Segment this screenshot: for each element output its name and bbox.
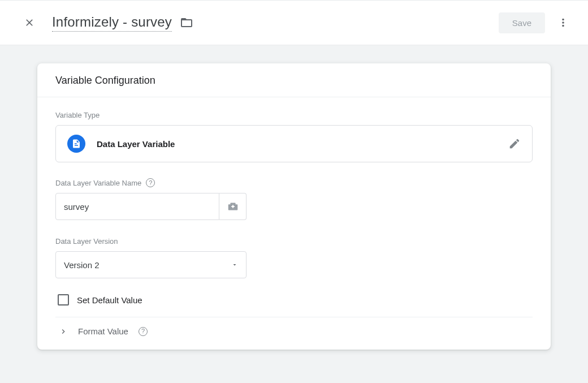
pencil-icon bbox=[508, 137, 521, 150]
more-vert-icon bbox=[557, 16, 569, 29]
checkbox-icon bbox=[58, 294, 69, 305]
format-value-toggle[interactable]: Format Value ? bbox=[55, 317, 533, 343]
card-body: Variable Type Data Layer Variable Data L… bbox=[37, 97, 551, 350]
variable-name-row bbox=[55, 193, 533, 220]
title-wrap: Informizely - survey bbox=[52, 14, 499, 32]
variable-name-input[interactable] bbox=[55, 193, 219, 220]
more-menu-button[interactable] bbox=[552, 11, 574, 34]
set-default-label: Set Default Value bbox=[77, 295, 142, 305]
help-icon[interactable]: ? bbox=[139, 327, 148, 336]
set-default-checkbox[interactable]: Set Default Value bbox=[58, 294, 533, 305]
folder-icon bbox=[180, 16, 193, 29]
page-title[interactable]: Informizely - survey bbox=[52, 14, 172, 32]
variable-type-value: Data Layer Variable bbox=[97, 139, 497, 149]
data-layer-icon bbox=[67, 135, 85, 153]
chevron-right-icon bbox=[59, 327, 68, 336]
card-title: Variable Configuration bbox=[37, 63, 551, 97]
help-icon[interactable]: ? bbox=[146, 178, 155, 187]
chevron-down-icon bbox=[231, 261, 238, 268]
close-button[interactable] bbox=[18, 11, 41, 34]
brick-plus-icon bbox=[227, 200, 239, 213]
variable-type-selector[interactable]: Data Layer Variable bbox=[55, 125, 533, 162]
save-button[interactable]: Save bbox=[499, 12, 545, 33]
variable-type-label: Variable Type bbox=[55, 111, 533, 119]
edit-type-button[interactable] bbox=[508, 137, 521, 150]
version-select[interactable]: Version 2 bbox=[55, 251, 247, 278]
folder-button[interactable] bbox=[180, 16, 193, 29]
format-value-label: Format Value bbox=[78, 326, 128, 336]
version-label: Data Layer Version bbox=[55, 237, 533, 246]
variable-config-card: Variable Configuration Variable Type Dat… bbox=[37, 63, 551, 350]
version-value: Version 2 bbox=[64, 260, 100, 270]
variable-name-label: Data Layer Variable Name ? bbox=[55, 178, 533, 187]
app-bar: Informizely - survey Save bbox=[0, 0, 588, 45]
insert-variable-button[interactable] bbox=[219, 193, 247, 220]
close-icon bbox=[24, 17, 35, 28]
